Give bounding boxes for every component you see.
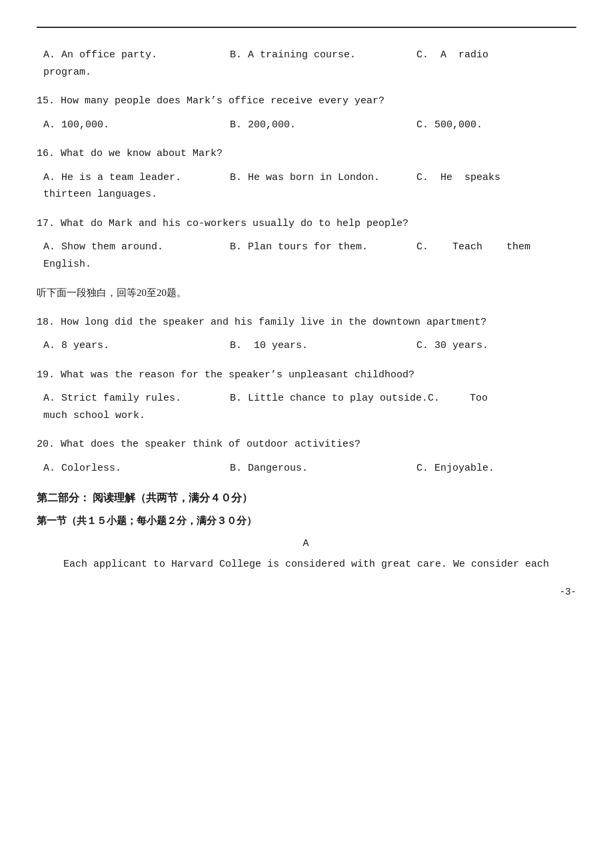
q18-option-b: B. 10 years. xyxy=(230,337,416,355)
q15-text: 15. How many people does Mark’s office r… xyxy=(37,93,576,110)
section-18-20-header: 听下面一段独白，回等20至20题。 xyxy=(37,285,576,302)
q20-option-b: B. Dangerous. xyxy=(230,460,416,477)
q16-option-b: B. He was born in London. xyxy=(230,169,416,187)
q19-option-a: A. Strict family rules. xyxy=(43,390,230,407)
reading-a-text: Each applicant to Harvard College is con… xyxy=(37,556,576,573)
q18-options-row: A. 8 years. B. 10 years. C. 30 years. xyxy=(37,337,576,355)
q17-option-c: C. Teach them xyxy=(416,239,576,256)
question-19: 19. What was the reason for the speaker’… xyxy=(37,367,576,425)
section2-heading: 第二部分： 阅读理解（共两节，满分４０分） xyxy=(37,491,576,505)
q17-option-a: A. Show them around. xyxy=(43,239,230,256)
q17-option-b: B. Plan tours for them. xyxy=(230,239,416,256)
q19-option-c: C. Too xyxy=(428,390,576,407)
q15-option-c: C. 500,000. xyxy=(416,117,576,134)
q17-overflow: English. xyxy=(37,256,576,273)
q20-options-row: A. Colorless. B. Dangerous. C. Enjoyable… xyxy=(37,460,576,477)
q14-option-c: C. A radio xyxy=(416,47,576,64)
section2-sub-heading: 第一节（共１５小题；每小题２分，满分３０分） xyxy=(37,515,576,527)
question-16: 16. What do we know about Mark? A. He is… xyxy=(37,145,576,203)
q18-text: 18. How long did the speaker and his fam… xyxy=(37,314,576,331)
q20-text: 20. What does the speaker think of outdo… xyxy=(37,436,576,453)
q16-options-row: A. He is a team leader. B. He was born i… xyxy=(37,169,576,187)
q19-options-row: A. Strict family rules. B. Little chance… xyxy=(37,390,576,407)
q16-text: 16. What do we know about Mark? xyxy=(37,145,576,163)
q16-overflow: thirteen languages. xyxy=(37,186,576,203)
q19-text: 19. What was the reason for the speaker’… xyxy=(37,367,576,384)
q20-option-a: A. Colorless. xyxy=(43,460,230,477)
q14-option-a: A. An office party. xyxy=(43,47,230,64)
q14-option-b: B. A training course. xyxy=(230,47,416,64)
q20-option-c: C. Enjoyable. xyxy=(416,460,576,477)
q17-text: 17. What do Mark and his co-workers usua… xyxy=(37,215,576,233)
q19-option-b: B. Little chance to play outside. xyxy=(230,390,428,407)
q19-overflow: much school work. xyxy=(37,407,576,425)
q16-option-c: C. He speaks xyxy=(416,169,576,187)
q16-option-a: A. He is a team leader. xyxy=(43,169,230,187)
top-divider xyxy=(37,27,576,28)
question-15: 15. How many people does Mark’s office r… xyxy=(37,93,576,133)
q15-option-a: A. 100,000. xyxy=(43,117,230,134)
reading-a-title: A xyxy=(37,538,576,549)
question-17: 17. What do Mark and his co-workers usua… xyxy=(37,215,576,273)
q14-options-row: A. An office party. B. A training course… xyxy=(37,47,576,64)
q15-option-b: B. 200,000. xyxy=(230,117,416,134)
question-20: 20. What does the speaker think of outdo… xyxy=(37,436,576,477)
section-18-20-chinese: 听下面一段独白，回等20至20题。 xyxy=(37,285,576,302)
q18-option-a: A. 8 years. xyxy=(43,337,230,355)
q14-overflow: program. xyxy=(37,64,576,81)
question-14-options: A. An office party. B. A training course… xyxy=(37,47,576,81)
q17-options-row: A. Show them around. B. Plan tours for t… xyxy=(37,239,576,256)
q18-option-c: C. 30 years. xyxy=(416,337,576,355)
q15-options-row: A. 100,000. B. 200,000. C. 500,000. xyxy=(37,117,576,134)
page-number: -3- xyxy=(37,587,576,597)
question-18: 18. How long did the speaker and his fam… xyxy=(37,314,576,355)
